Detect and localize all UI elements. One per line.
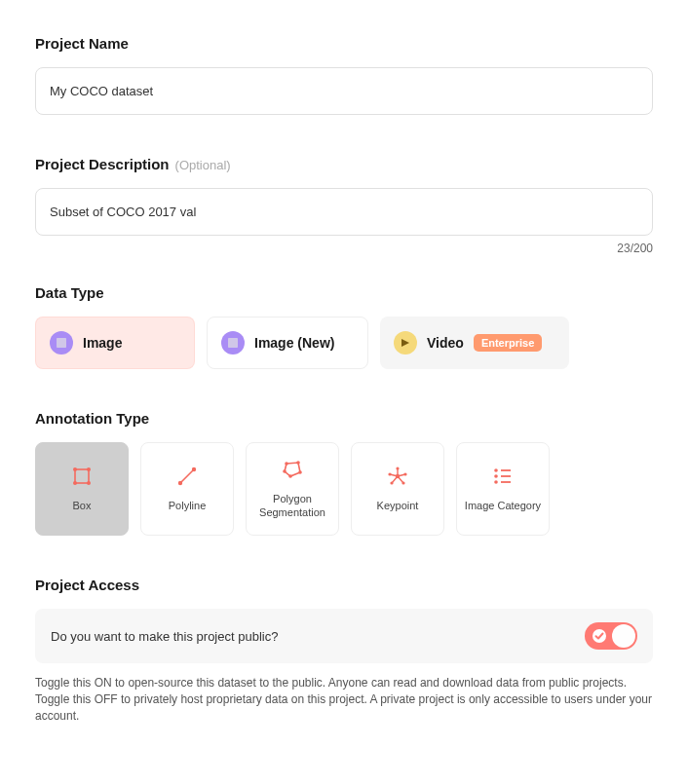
project-name-label: Project Name bbox=[35, 35, 653, 52]
data-type-option-video-label: Video bbox=[427, 335, 464, 351]
annotation-option-category[interactable]: Image Category bbox=[456, 442, 550, 536]
svg-marker-4 bbox=[401, 339, 409, 347]
svg-point-11 bbox=[178, 481, 182, 485]
annotation-option-keypoint-label: Keypoint bbox=[373, 500, 423, 513]
project-name-section: Project Name bbox=[35, 35, 653, 115]
box-icon bbox=[70, 465, 94, 488]
annotation-option-polygon[interactable]: Polygon Segmentation bbox=[246, 442, 339, 536]
svg-point-7 bbox=[87, 467, 91, 471]
svg-rect-3 bbox=[228, 338, 238, 348]
svg-point-17 bbox=[288, 474, 292, 478]
annotation-type-section: Annotation Type Box bbox=[35, 410, 653, 536]
category-icon bbox=[491, 465, 515, 488]
svg-point-25 bbox=[396, 467, 399, 470]
annotation-option-box[interactable]: Box bbox=[35, 442, 129, 536]
project-access-help: Toggle this ON to open-source this datas… bbox=[35, 675, 653, 724]
annotation-type-label: Annotation Type bbox=[35, 410, 653, 427]
svg-point-32 bbox=[494, 480, 498, 484]
polyline-icon bbox=[175, 465, 199, 488]
svg-point-29 bbox=[388, 473, 391, 476]
image-icon bbox=[50, 331, 73, 355]
data-type-option-video[interactable]: Video Enterprise bbox=[380, 317, 569, 369]
keypoint-icon bbox=[386, 465, 409, 488]
svg-point-30 bbox=[494, 468, 498, 472]
annotation-option-polyline[interactable]: Polyline bbox=[140, 442, 234, 536]
image-new-icon bbox=[221, 331, 245, 355]
svg-point-15 bbox=[296, 461, 300, 465]
svg-point-9 bbox=[87, 481, 91, 485]
data-type-options: Image Image (New) Video Enterprise bbox=[35, 317, 653, 369]
annotation-option-box-label: Box bbox=[69, 500, 96, 513]
project-description-label: Project Description (Optional) bbox=[35, 156, 653, 172]
svg-point-6 bbox=[73, 467, 77, 471]
svg-point-16 bbox=[298, 470, 302, 474]
project-name-input[interactable] bbox=[35, 67, 653, 115]
toggle-knob bbox=[612, 624, 635, 648]
annotation-option-polyline-label: Polyline bbox=[165, 500, 210, 513]
svg-point-27 bbox=[401, 482, 404, 485]
svg-point-14 bbox=[285, 462, 288, 466]
optional-tag: (Optional) bbox=[175, 158, 231, 172]
annotation-option-category-label: Image Category bbox=[461, 500, 545, 513]
project-access-toggle[interactable] bbox=[585, 622, 637, 650]
description-char-counter: 23/200 bbox=[35, 242, 653, 255]
data-type-option-image-new[interactable]: Image (New) bbox=[207, 317, 368, 369]
svg-point-8 bbox=[73, 481, 77, 485]
annotation-option-keypoint[interactable]: Keypoint bbox=[351, 442, 444, 536]
data-type-option-image-label: Image bbox=[83, 335, 122, 351]
project-access-section: Project Access Do you want to make this … bbox=[35, 577, 653, 724]
polygon-icon bbox=[281, 458, 304, 481]
project-description-input[interactable] bbox=[35, 188, 653, 236]
svg-point-31 bbox=[494, 474, 498, 478]
data-type-section: Data Type Image Image (New) Video Enterp… bbox=[35, 284, 653, 369]
project-access-box: Do you want to make this project public? bbox=[35, 609, 653, 663]
check-icon bbox=[592, 628, 607, 644]
annotation-type-options: Box Polyline bbox=[35, 442, 653, 536]
video-icon bbox=[394, 331, 417, 355]
svg-point-24 bbox=[396, 474, 400, 478]
svg-line-10 bbox=[180, 469, 194, 483]
svg-point-12 bbox=[192, 467, 196, 471]
svg-rect-5 bbox=[75, 469, 89, 483]
enterprise-badge: Enterprise bbox=[474, 334, 542, 352]
svg-point-26 bbox=[403, 473, 406, 476]
project-access-question: Do you want to make this project public? bbox=[51, 629, 278, 644]
project-access-label: Project Access bbox=[35, 577, 653, 593]
annotation-option-polygon-label: Polygon Segmentation bbox=[247, 493, 338, 520]
project-description-section: Project Description (Optional) 23/200 bbox=[35, 156, 653, 255]
data-type-option-image[interactable]: Image bbox=[35, 317, 195, 369]
svg-rect-1 bbox=[57, 338, 66, 348]
project-description-label-text: Project Description bbox=[35, 156, 170, 172]
data-type-label: Data Type bbox=[35, 284, 653, 301]
svg-point-28 bbox=[390, 482, 393, 485]
svg-point-18 bbox=[283, 469, 287, 473]
data-type-option-image-new-label: Image (New) bbox=[254, 335, 334, 351]
